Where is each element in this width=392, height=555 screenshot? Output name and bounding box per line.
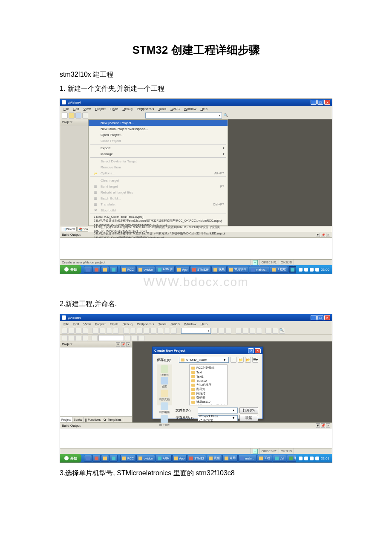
taskbar-item[interactable]: main.c...: [249, 266, 269, 273]
toolbar-icon[interactable]: [75, 335, 81, 341]
quicklaunch-icon[interactable]: [110, 455, 118, 462]
recent-project-item[interactable]: 5 E:\电子设计\STM32资料\STM32第1a. 单键（中断方式）\单键中…: [89, 231, 228, 236]
taskbar-item[interactable]: STM32F: [190, 266, 211, 273]
toolbar-icon[interactable]: [82, 335, 88, 341]
toolbar-icon[interactable]: [92, 328, 98, 334]
chevron-down-icon[interactable]: ▾: [222, 358, 227, 362]
project-tree[interactable]: [60, 347, 132, 416]
quicklaunch-icon[interactable]: [84, 266, 92, 273]
quicklaunch-icon[interactable]: [101, 266, 109, 273]
menu-peripherals[interactable]: Peripherals: [135, 107, 156, 111]
saveall-icon[interactable]: [82, 113, 88, 119]
tray-icon[interactable]: [315, 457, 319, 460]
panel-tab[interactable]: Project: [60, 417, 72, 422]
menu-debug[interactable]: Debug: [121, 322, 134, 326]
toolbar-icon[interactable]: [164, 328, 170, 334]
menu-peripherals[interactable]: Peripherals: [135, 322, 156, 326]
taskbar-item[interactable]: App: [172, 455, 187, 462]
plus-icon[interactable]: +: [253, 260, 258, 265]
toolbar-icon[interactable]: [130, 328, 136, 334]
toolbar-icon[interactable]: [125, 335, 131, 341]
taskbar-item[interactable]: ARM学: [156, 266, 175, 273]
taskbar-item[interactable]: uvision: [136, 266, 155, 273]
quicklaunch-icon[interactable]: [110, 266, 118, 273]
panel-tab[interactable]: Books: [72, 417, 84, 422]
folder-item[interactable]: 闪烁灯: [191, 391, 225, 396]
panel-tab[interactable]: {} Functions: [84, 417, 102, 422]
open-button[interactable]: 打开(O): [239, 407, 258, 413]
toolbar-icon[interactable]: [225, 328, 231, 334]
menu-view[interactable]: View: [82, 107, 92, 111]
new-folder-icon[interactable]: 📂: [245, 357, 251, 363]
taskbar-item[interactable]: µVision4: [288, 266, 296, 273]
toolbar-icon[interactable]: [132, 335, 138, 341]
find-icon[interactable]: 🔍: [223, 113, 229, 119]
taskbar-item[interactable]: 手册: [287, 455, 296, 462]
maximize-button[interactable]: □: [317, 100, 323, 105]
menu-tools[interactable]: Tools: [156, 322, 168, 326]
place-network[interactable]: 网上邻居: [159, 415, 170, 427]
toolbar-icon[interactable]: [265, 328, 271, 334]
start-button[interactable]: 开始: [60, 265, 81, 274]
tray-icon[interactable]: [310, 268, 314, 272]
plus-icon[interactable]: +: [253, 449, 258, 454]
place-desktop[interactable]: 桌面: [161, 377, 168, 389]
download-icon[interactable]: [92, 335, 98, 341]
place-recent[interactable]: Recent: [160, 365, 168, 376]
find-dropdown[interactable]: [181, 328, 211, 334]
folder-item[interactable]: TS1602: [191, 379, 225, 383]
target-dropdown[interactable]: [145, 113, 222, 119]
menu-flash[interactable]: Flash: [108, 107, 120, 111]
menu-tools[interactable]: Tools: [156, 107, 168, 111]
toolbar-icon[interactable]: [249, 328, 255, 334]
toolbar-icon[interactable]: [171, 328, 177, 334]
menu-window[interactable]: Window: [182, 107, 198, 111]
toolbar-icon[interactable]: [272, 328, 278, 334]
toolbar-icon[interactable]: [212, 328, 218, 334]
tray-icon[interactable]: [310, 457, 314, 460]
target-dropdown[interactable]: [98, 335, 124, 341]
tray-icon[interactable]: [299, 268, 303, 272]
back-icon[interactable]: ←: [231, 357, 236, 363]
taskbar-item[interactable]: RCC: [120, 455, 136, 462]
toolbar-icon[interactable]: [62, 328, 68, 334]
maximize-button[interactable]: □: [317, 315, 323, 320]
folder-item[interactable]: 数码管: [191, 396, 225, 400]
menu-project[interactable]: Project: [93, 107, 107, 111]
recent-project-item[interactable]: 2 E:\电子设计\STM32资料\stm32source\STM32F103测…: [89, 219, 228, 223]
menu-edit[interactable]: Edit: [72, 322, 81, 326]
views-icon[interactable]: ☰▾: [252, 357, 258, 363]
dock-arrow-icon[interactable]: ▼: [116, 342, 120, 347]
toolbar-icon[interactable]: [242, 328, 248, 334]
menu-help[interactable]: Help: [199, 107, 209, 111]
menu-new-multi[interactable]: New Multi-Project Workspace...: [89, 126, 228, 132]
minimize-button[interactable]: _: [311, 100, 317, 105]
menu-file[interactable]: File: [62, 107, 71, 111]
quicklaunch-icon[interactable]: [84, 455, 92, 462]
dialog-close-button[interactable]: ×: [255, 348, 261, 353]
menu-svcs[interactable]: SVCS: [169, 107, 182, 111]
pin-icon[interactable]: 📌: [321, 233, 325, 237]
menu-window[interactable]: Window: [182, 322, 198, 326]
toolbar-icon[interactable]: [256, 328, 262, 334]
toolbar-icon[interactable]: [144, 328, 150, 334]
toolbar-icon[interactable]: [137, 328, 143, 334]
toolbar-icon[interactable]: [219, 328, 225, 334]
new-file-icon[interactable]: [62, 113, 68, 119]
panel-close-icon[interactable]: ×: [326, 233, 330, 237]
taskbar-item[interactable]: uvision: [136, 455, 155, 462]
savein-dropdown[interactable]: STM32_Code ▾: [179, 357, 229, 363]
quicklaunch-icon[interactable]: [101, 455, 109, 462]
toolbar-icon[interactable]: [69, 328, 75, 334]
close-button[interactable]: ×: [324, 315, 330, 320]
file-list[interactable]: RCC时钟输出TextText1TS1602别人的程序跑马灯闪烁灯数码管液晶ks…: [189, 364, 228, 405]
menu-flash[interactable]: Flash: [108, 322, 120, 326]
folder-item[interactable]: 液晶ks110: [191, 400, 225, 404]
toolbar-icon[interactable]: [75, 328, 81, 334]
taskbar-item[interactable]: STM32: [187, 455, 206, 462]
dock-arrow-icon[interactable]: ▼: [316, 423, 320, 428]
menu-file[interactable]: File: [62, 322, 71, 326]
place-mydocs[interactable]: 我的文档: [159, 390, 170, 402]
taskbar-item[interactable]: main...: [238, 455, 257, 462]
menu-svcs[interactable]: SVCS: [169, 322, 182, 326]
